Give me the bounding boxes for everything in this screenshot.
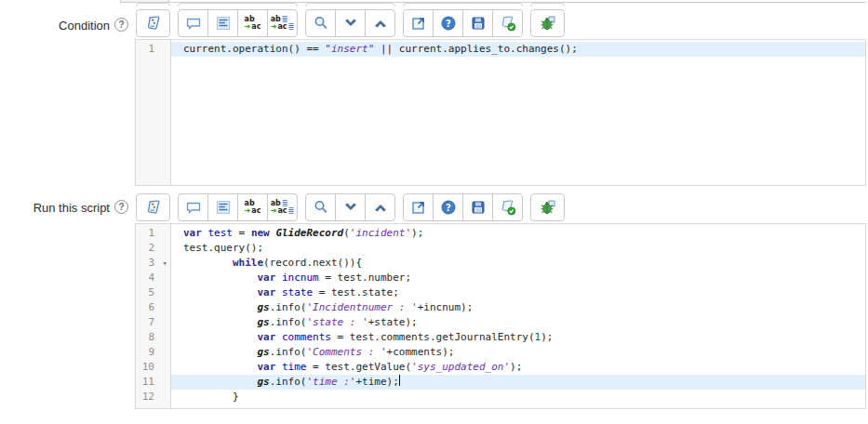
code-line: var test = new GlideRecord('incident');	[171, 226, 865, 241]
syntax-editor-toggle-button[interactable]	[136, 9, 170, 37]
search-button[interactable]	[305, 193, 336, 221]
replace-button[interactable]: ab➜ac	[237, 193, 268, 221]
condition-editor-toolbar: ab➜acab≣➜ac≣?	[136, 9, 565, 37]
syntax-editor-toggle-icon	[145, 15, 162, 32]
code-line: gs.info('Incidentnumer : '+incnum);	[171, 300, 865, 315]
replace-all-button[interactable]: ab≣➜ac≣	[267, 193, 298, 221]
previous-toolbar-remnant	[178, 3, 298, 7]
find-previous-button[interactable]	[365, 193, 395, 221]
condition-field-label: Condition	[0, 19, 110, 33]
comment-button[interactable]	[178, 193, 208, 221]
run-script-code-editor[interactable]: 123▾456789101112 var test = new GlideRec…	[135, 223, 866, 409]
open-in-new-window-icon	[410, 15, 427, 32]
help-button[interactable]: ?	[433, 193, 463, 221]
line-number: 12	[136, 390, 170, 404]
previous-toolbar-remnant	[530, 3, 565, 7]
find-next-icon	[342, 15, 359, 32]
code-line: var comments = test.comments.getJournalE…	[171, 330, 865, 345]
find-previous-button[interactable]	[365, 9, 395, 37]
run-script-field-help-icon[interactable]: ?	[114, 200, 128, 214]
script-form-page: Condition ? ab➜acab≣➜ac≣? 1 current.oper…	[0, 0, 868, 424]
line-number: 10	[136, 360, 170, 375]
code-line: }	[171, 390, 865, 404]
line-number: 9	[136, 345, 170, 360]
help-icon: ?	[440, 199, 457, 216]
find-next-button[interactable]	[335, 9, 366, 37]
open-in-new-window-button[interactable]	[403, 9, 434, 37]
toolbar-button-group	[530, 9, 565, 37]
code-area[interactable]: current.operation() == "insert" || curre…	[171, 40, 865, 185]
format-code-button[interactable]	[207, 9, 238, 37]
toolbar-button-group: ?	[403, 9, 523, 37]
find-previous-icon	[372, 199, 389, 216]
code-line: test.query();	[171, 241, 865, 256]
open-in-new-window-button[interactable]	[403, 193, 434, 221]
code-line: current.operation() == "insert" || curre…	[171, 42, 865, 57]
condition-field-help-icon[interactable]: ?	[114, 18, 128, 32]
replace-button[interactable]: ab➜ac	[237, 9, 268, 37]
previous-toolbar-remnant	[403, 3, 523, 7]
save-button[interactable]	[462, 193, 493, 221]
search-button[interactable]	[305, 9, 336, 37]
syntax-check-icon	[500, 15, 516, 32]
toolbar-button-group	[136, 9, 170, 37]
code-line: while(record.next()){	[171, 256, 865, 271]
svg-text:?: ?	[446, 203, 451, 213]
find-previous-icon	[372, 15, 389, 32]
toolbar-button-group	[530, 193, 565, 221]
find-next-button[interactable]	[335, 193, 366, 221]
syntax-editor-toggle-button[interactable]	[136, 193, 170, 221]
help-icon: ?	[440, 15, 457, 32]
comment-icon	[185, 199, 202, 216]
line-number: 7	[136, 315, 170, 330]
open-in-new-window-icon	[410, 199, 427, 216]
comment-button[interactable]	[178, 9, 208, 37]
comment-icon	[185, 15, 202, 32]
previous-toolbar-remnant	[305, 3, 395, 7]
debug-button[interactable]	[530, 193, 565, 221]
save-button[interactable]	[462, 9, 493, 37]
fold-toggle-icon[interactable]: ▾	[163, 256, 167, 271]
line-number: 1	[136, 226, 170, 241]
syntax-check-button[interactable]	[492, 9, 523, 37]
previous-toolbar-remnant	[136, 3, 170, 7]
replace-all-icon: ab≣➜ac≣	[271, 200, 295, 215]
toolbar-button-group	[305, 9, 395, 37]
syntax-editor-toggle-icon	[145, 199, 162, 216]
replace-all-icon: ab≣➜ac≣	[271, 16, 295, 31]
line-number: 4	[136, 271, 170, 285]
replace-all-button[interactable]: ab≣➜ac≣	[267, 9, 298, 37]
line-number-gutter: 123▾456789101112	[136, 224, 171, 408]
run-script-editor-toolbar: ab➜acab≣➜ac≣?	[136, 193, 565, 221]
syntax-check-button[interactable]	[492, 193, 523, 221]
code-line: gs.info('Comments : '+comments);	[171, 345, 865, 360]
help-button[interactable]: ?	[433, 9, 463, 37]
code-line: gs.info('state : '+state);	[171, 315, 865, 330]
toolbar-button-group: ?	[403, 193, 523, 221]
save-icon	[470, 15, 487, 32]
format-code-icon	[215, 15, 232, 32]
code-line: var time = test.getValue('sys_updated_on…	[171, 360, 865, 375]
line-number: 1	[136, 42, 170, 57]
run-script-field-label: Run this script	[0, 201, 110, 215]
replace-icon: ab➜ac	[245, 16, 261, 31]
text-cursor	[399, 375, 400, 386]
line-number-gutter: 1	[136, 40, 171, 185]
line-number: 2	[136, 241, 170, 256]
line-number: 5	[136, 285, 170, 300]
save-icon	[470, 199, 487, 216]
search-icon	[313, 15, 329, 32]
code-area[interactable]: var test = new GlideRecord('incident');t…	[171, 224, 865, 408]
code-line: gs.info('time :'+time);	[171, 375, 865, 390]
code-line: var incnum = test.number;	[171, 271, 865, 285]
line-number: 8	[136, 330, 170, 345]
toolbar-button-group: ab➜acab≣➜ac≣	[178, 193, 298, 221]
format-code-icon	[215, 199, 232, 216]
line-number: 3▾	[136, 256, 170, 271]
line-number: 6	[136, 300, 170, 315]
line-number: 11	[136, 375, 170, 390]
format-code-button[interactable]	[207, 193, 238, 221]
condition-code-editor[interactable]: 1 current.operation() == "insert" || cur…	[135, 39, 866, 186]
toolbar-button-group	[136, 193, 170, 221]
debug-button[interactable]	[530, 9, 565, 37]
